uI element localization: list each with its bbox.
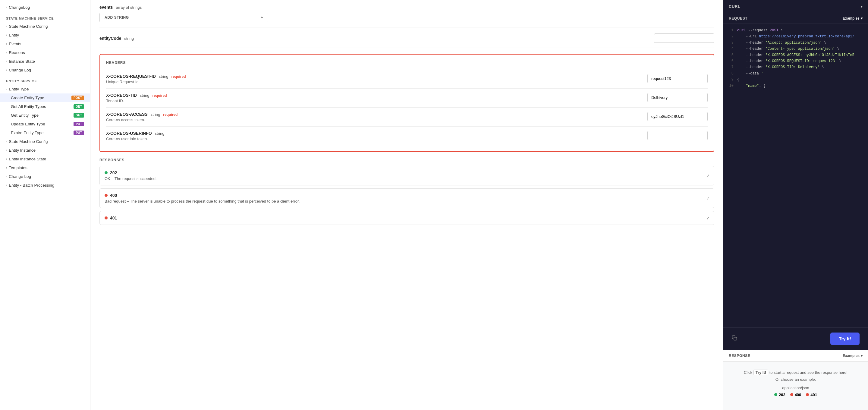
curl-actions-bar: Try It! xyxy=(723,327,868,350)
response-content-type: application/json xyxy=(729,386,863,390)
try-it-inline-label: Try It! xyxy=(753,370,768,375)
add-string-label: ADD STRING xyxy=(104,16,129,20)
sidebar-item-instance-state[interactable]: › Instance State xyxy=(0,57,90,66)
sidebar-subitem-get-all-entity-types[interactable]: Get All Entity Types GET xyxy=(0,102,90,111)
sidebar-item-label: ChangeLog xyxy=(9,5,30,10)
header-desc-tid: Tenant ID. xyxy=(106,98,641,103)
code-line-6: 6 --header 'X-COREOS-REQUEST-ID: request… xyxy=(729,58,863,64)
add-icon: + xyxy=(261,16,263,20)
sidebar-item-entity-instance-state[interactable]: › Entity Instance State xyxy=(0,155,90,164)
code-line-10: 10 "name": { xyxy=(729,83,863,89)
sidebar-subitem-get-entity-type[interactable]: Get Entity Type GET xyxy=(0,111,90,120)
request-header: REQUEST Examples ▾ xyxy=(723,13,868,24)
header-name-tid: X-COREOS-TID xyxy=(106,93,137,98)
sidebar-item-changelog[interactable]: › ChangeLog xyxy=(0,3,90,12)
entity-code-type: string xyxy=(124,36,134,41)
resp-dot-401 xyxy=(806,393,809,396)
expand-icon-400: ⤢ xyxy=(706,196,710,201)
response-card-401[interactable]: 401 ⤢ xyxy=(99,211,714,225)
header-row-userinfo: X-COREOS-USERINFO string Core-os user in… xyxy=(106,127,708,145)
curl-header: CURL ▾ xyxy=(723,0,868,13)
header-type-userinfo: string xyxy=(155,131,164,136)
resp-dot-400 xyxy=(790,393,793,396)
code-line-1: 1 curl --request POST \ xyxy=(729,27,863,33)
sidebar-item-state-machine-config-2[interactable]: › State Machine Config xyxy=(0,137,90,146)
resp-code-400[interactable]: 400 xyxy=(790,392,801,397)
responses-title: RESPONSES xyxy=(99,158,714,162)
status-desc-400: Bad request – The server is unable to pr… xyxy=(104,199,709,204)
header-type-request-id: string xyxy=(159,74,168,79)
header-input-userinfo[interactable] xyxy=(647,131,708,140)
events-field: events array of strings ADD STRING + xyxy=(99,0,714,27)
expand-icon-401: ⤢ xyxy=(706,215,710,221)
response-card-400[interactable]: 400 Bad request – The server is unable t… xyxy=(99,188,714,208)
header-row-request-id: X-COREOS-REQUEST-ID string required Uniq… xyxy=(106,70,708,89)
sidebar-subitem-update-entity-type[interactable]: Update Entity Type PUT xyxy=(0,120,90,128)
examples-chevron-icon: ▾ xyxy=(861,16,863,21)
resp-code-202[interactable]: 202 xyxy=(774,392,785,397)
required-badge-request-id: required xyxy=(171,75,186,79)
sidebar-item-entity-type[interactable]: › Entity Type xyxy=(0,85,90,93)
status-dot-401 xyxy=(104,216,107,219)
examples-button[interactable]: Examples ▾ xyxy=(843,16,863,21)
response-panel-title: RESPONSE xyxy=(729,354,750,358)
entity-code-field: entityCode string xyxy=(99,27,714,48)
header-name-request-id: X-COREOS-REQUEST-ID xyxy=(106,74,156,79)
main-content: events array of strings ADD STRING + ent… xyxy=(90,0,723,410)
resp-code-401[interactable]: 401 xyxy=(806,392,817,397)
sidebar-item-entity[interactable]: › Entity xyxy=(0,31,90,39)
response-panel-body: Click Try It! to start a request and see… xyxy=(723,362,868,410)
header-type-tid: string xyxy=(140,93,150,98)
badge-post: POST xyxy=(71,95,84,100)
response-examples-button[interactable]: Examples ▾ xyxy=(843,354,863,358)
events-label: events xyxy=(99,5,113,10)
sidebar-item-state-machine-config[interactable]: › State Machine Config xyxy=(0,22,90,31)
status-code-401: 401 xyxy=(110,215,117,221)
badge-get-all: GET xyxy=(73,104,84,109)
sidebar-subitem-expire-entity-type[interactable]: Expire Entity Type PUT xyxy=(0,128,90,137)
sidebar-section-entity-service: ENTITY SERVICE xyxy=(0,75,90,85)
badge-put-expire: PUT xyxy=(73,130,84,135)
sidebar-item-change-log[interactable]: › Change Log xyxy=(0,66,90,75)
required-badge-tid: required xyxy=(152,93,167,98)
sidebar: › ChangeLog STATE MACHINE SERVICE › Stat… xyxy=(0,0,90,410)
header-input-access[interactable] xyxy=(647,112,708,121)
svg-rect-0 xyxy=(734,338,737,340)
header-row-tid: X-COREOS-TID string required Tenant ID. xyxy=(106,89,708,108)
status-code-400: 400 xyxy=(110,193,117,198)
sidebar-subitem-create-entity-type[interactable]: Create Entity Type POST xyxy=(0,93,90,102)
header-type-access: string xyxy=(151,112,160,117)
sidebar-item-reasons[interactable]: › Reasons xyxy=(0,48,90,57)
code-block: 1 curl --request POST \ 2 --url https://… xyxy=(723,24,868,327)
sidebar-item-events[interactable]: › Events xyxy=(0,39,90,48)
sidebar-item-entity-batch[interactable]: › Entity - Batch Processing xyxy=(0,181,90,189)
add-string-button[interactable]: ADD STRING + xyxy=(99,13,268,22)
header-row-access: X-COREOS-ACCESS string required Core-os … xyxy=(106,108,708,127)
badge-put-update: PUT xyxy=(73,122,84,126)
curl-title: CURL xyxy=(729,4,741,9)
response-codes: 202 400 401 xyxy=(729,392,863,397)
sidebar-item-change-log-2[interactable]: › Change Log xyxy=(0,172,90,181)
entity-code-label: entityCode xyxy=(99,36,121,41)
headers-title: HEADERS xyxy=(106,61,708,65)
code-line-4: 4 --header 'Content-Type: application/js… xyxy=(729,46,863,52)
sidebar-item-entity-instance[interactable]: › Entity Instance xyxy=(0,146,90,155)
response-panel-header: RESPONSE Examples ▾ xyxy=(723,350,868,362)
code-line-9: 9 { xyxy=(729,77,863,83)
header-desc-access: Core-os access token. xyxy=(106,118,641,122)
header-name-userinfo: X-COREOS-USERINFO xyxy=(106,131,152,136)
chevron-icon: › xyxy=(6,6,7,9)
response-examples-chevron-icon: ▾ xyxy=(861,354,863,358)
header-input-request-id[interactable] xyxy=(647,74,708,83)
header-input-tid[interactable] xyxy=(647,93,708,102)
copy-button[interactable] xyxy=(726,332,743,345)
response-card-202[interactable]: 202 OK – The request succeeded. ⤢ xyxy=(99,166,714,185)
status-dot-202 xyxy=(104,171,107,174)
curl-chevron-icon: ▾ xyxy=(861,4,863,9)
try-it-button[interactable]: Try It! xyxy=(830,332,860,345)
sidebar-section-state-machine: STATE MACHINE SERVICE xyxy=(0,12,90,22)
sidebar-item-templates[interactable]: › Templates xyxy=(0,164,90,172)
expand-icon-202: ⤢ xyxy=(706,173,710,178)
entity-code-input[interactable] xyxy=(654,33,714,43)
code-line-7: 7 --header 'X-COREOS-TID: Delhivery' \ xyxy=(729,64,863,70)
